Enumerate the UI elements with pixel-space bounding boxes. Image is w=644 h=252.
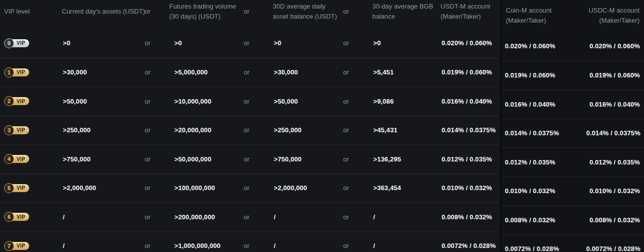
cell-usdcm-fee: 0.008% / 0.032% — [585, 216, 644, 224]
vip-level-cell: 4 VIP — [0, 153, 62, 164]
or-separator: or — [343, 126, 372, 134]
cell-usdtm-fee: 0.0072% / 0.028% — [441, 242, 500, 249]
or-separator: or — [244, 213, 273, 221]
vip-badge: 4 VIP — [4, 153, 33, 164]
header-or-separator: or — [244, 7, 273, 17]
cell-usdcm-fee: 0.014% / 0.0375% — [585, 129, 644, 137]
table-header-right: Coin-M account (Maker/Taker) USDC-M acco… — [500, 3, 644, 32]
cell-30d-average-balance: >2,000,000 — [273, 184, 343, 192]
cell-coinm-fee: 0.012% / 0.035% — [500, 158, 585, 166]
table-row: 0.020% / 0.060% 0.020% / 0.060% — [500, 32, 644, 61]
cell-coinm-fee: 0.016% / 0.040% — [500, 101, 585, 108]
or-separator: or — [145, 213, 169, 221]
cell-bgb-balance: / — [372, 242, 441, 249]
cell-30d-average-balance: >250,000 — [273, 126, 343, 134]
cell-bgb-balance: / — [372, 213, 441, 221]
vip-badge: 5 VIP — [4, 183, 33, 194]
vip-badge: 7 VIP — [4, 240, 33, 251]
vip-badge: 2 VIP — [4, 96, 33, 107]
vip-level-cell: 1 VIP — [0, 67, 62, 78]
table-row: 0.019% / 0.060% 0.019% / 0.060% — [500, 61, 644, 90]
header-or-separator: or — [145, 7, 169, 17]
vip-level-cell: 2 VIP — [0, 96, 62, 107]
vip-level-number: 0 — [4, 38, 14, 48]
cell-bgb-balance: >9,086 — [372, 98, 441, 105]
vip-fee-table: VIP level Current day's assets (USDT) or… — [0, 0, 644, 252]
or-separator: or — [145, 126, 169, 134]
or-separator: or — [343, 39, 372, 47]
cell-usdcm-fee: 0.010% / 0.032% — [585, 187, 644, 195]
cell-usdtm-fee: 0.010% / 0.032% — [441, 184, 500, 192]
table-row: 2 VIP >50,000 or >10,000,000 or >50,000 … — [0, 87, 500, 116]
col-header-futures-volume: Futures trading volume (30 days) (USDT) — [169, 2, 244, 22]
or-separator: or — [343, 68, 372, 76]
cell-current-day-assets: / — [62, 213, 145, 221]
cell-current-day-assets: >250,000 — [62, 126, 145, 134]
cell-futures-volume: >5,000,000 — [169, 68, 244, 76]
cell-usdtm-fee: 0.019% / 0.060% — [441, 68, 500, 76]
fee-table-right-section: Coin-M account (Maker/Taker) USDC-M acco… — [500, 0, 644, 252]
or-separator: or — [145, 155, 169, 163]
cell-usdtm-fee: 0.012% / 0.035% — [441, 155, 500, 163]
vip-badge: 0 VIP — [4, 38, 33, 49]
cell-usdcm-fee: 0.0072% / 0.028% — [585, 245, 644, 252]
or-separator: or — [145, 39, 169, 47]
table-row: 0.012% / 0.035% 0.012% / 0.035% — [500, 147, 644, 177]
cell-coinm-fee: 0.019% / 0.060% — [500, 71, 585, 79]
vip-level-cell: 5 VIP — [0, 183, 62, 194]
cell-futures-volume: >20,000,000 — [169, 126, 244, 134]
table-header-left: VIP level Current day's assets (USDT) or… — [0, 0, 500, 29]
or-separator: or — [145, 184, 169, 192]
cell-coinm-fee: 0.014% / 0.0375% — [500, 129, 585, 137]
cell-coinm-fee: 0.0072% / 0.028% — [500, 245, 585, 252]
table-row: 5 VIP >2,000,000 or >100,000,000 or >2,0… — [0, 174, 500, 203]
col-header-bgb-balance: 30-day average BGB balance — [372, 2, 441, 22]
vip-level-number: 5 — [4, 183, 14, 193]
cell-futures-volume: >10,000,000 — [169, 98, 244, 105]
cell-usdcm-fee: 0.019% / 0.060% — [585, 71, 644, 79]
col-header-usdcm-account: USDC-M account (Maker/Taker) — [585, 6, 644, 26]
table-row: 1 VIP >30,000 or >5,000,000 or >30,000 o… — [0, 58, 500, 87]
vip-badge: 6 VIP — [4, 211, 33, 222]
or-separator: or — [343, 98, 372, 105]
cell-coinm-fee: 0.010% / 0.032% — [500, 187, 585, 195]
cell-30d-average-balance: / — [273, 242, 343, 249]
cell-30d-average-balance: >0 — [273, 39, 343, 47]
cell-bgb-balance: >5,451 — [372, 68, 441, 76]
or-separator: or — [244, 155, 273, 163]
cell-usdtm-fee: 0.016% / 0.040% — [441, 98, 500, 105]
fee-table-left-section: VIP level Current day's assets (USDT) or… — [0, 0, 500, 252]
table-row: 0.0072% / 0.028% 0.0072% / 0.028% — [500, 234, 644, 252]
col-header-current-day-assets: Current day's assets (USDT) — [62, 7, 145, 17]
cell-current-day-assets: >0 — [62, 39, 145, 47]
or-separator: or — [244, 126, 273, 134]
vip-level-cell: 3 VIP — [0, 125, 62, 136]
col-header-coinm-account: Coin-M account (Maker/Taker) — [500, 6, 585, 26]
cell-bgb-balance: >0 — [372, 39, 441, 47]
cell-futures-volume: >200,000,000 — [169, 213, 244, 221]
or-separator: or — [145, 98, 169, 105]
cell-usdtm-fee: 0.008% / 0.032% — [441, 213, 500, 221]
cell-usdtm-fee: 0.020% / 0.060% — [441, 39, 500, 47]
cell-30d-average-balance: >750,000 — [273, 155, 343, 163]
table-row: 0 VIP >0 or >0 or >0 or >0 0.020% / 0.06… — [0, 29, 500, 58]
or-separator: or — [244, 184, 273, 192]
table-row: 4 VIP >750,000 or >50,000,000 or >750,00… — [0, 144, 500, 174]
col-header-vip-level: VIP level — [0, 7, 62, 17]
vip-badge: 1 VIP — [4, 67, 33, 78]
cell-futures-volume: >1,000,000,000 — [169, 242, 244, 249]
or-separator: or — [343, 213, 372, 221]
or-separator: or — [145, 68, 169, 76]
header-or-separator: or — [343, 7, 372, 17]
table-body-right: 0.020% / 0.060% 0.020% / 0.060% 0.019% /… — [500, 32, 644, 252]
cell-bgb-balance: >136,295 — [372, 155, 441, 163]
table-row: 7 VIP / or >1,000,000,000 or / or / 0.00… — [0, 231, 500, 252]
vip-level-number: 1 — [4, 67, 14, 77]
cell-30d-average-balance: >50,000 — [273, 98, 343, 105]
cell-usdcm-fee: 0.016% / 0.040% — [585, 101, 644, 108]
cell-usdcm-fee: 0.020% / 0.060% — [585, 42, 644, 50]
cell-30d-average-balance: / — [273, 213, 343, 221]
or-separator: or — [343, 155, 372, 163]
or-separator: or — [244, 242, 273, 249]
cell-30d-average-balance: >30,000 — [273, 68, 343, 76]
